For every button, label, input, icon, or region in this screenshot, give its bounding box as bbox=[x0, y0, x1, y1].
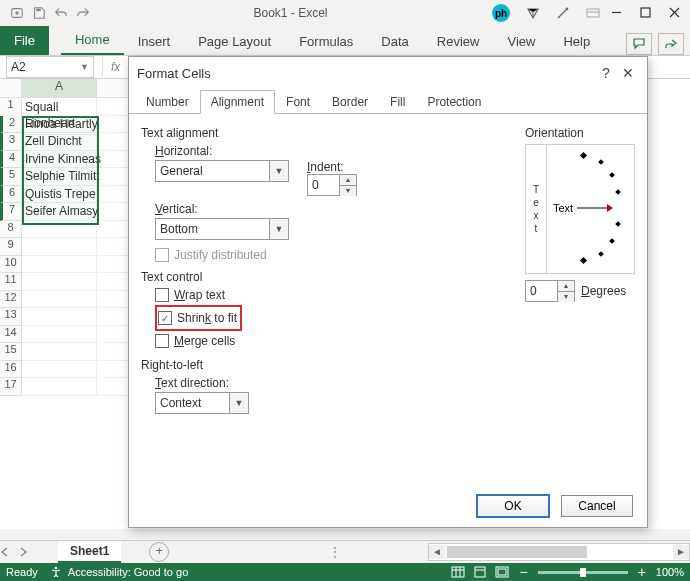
name-box-dropdown-icon[interactable]: ▼ bbox=[80, 62, 89, 72]
spin-down-icon[interactable]: ▼ bbox=[340, 185, 356, 196]
horizontal-scrollbar[interactable]: ◄ ► bbox=[428, 543, 690, 561]
tab-insert[interactable]: Insert bbox=[124, 28, 185, 55]
dialog-help-icon[interactable]: ? bbox=[595, 62, 617, 84]
horizontal-combo[interactable]: General ▼ bbox=[155, 160, 289, 182]
row-header[interactable]: 16 bbox=[0, 361, 22, 379]
share-button[interactable] bbox=[658, 33, 684, 55]
zoom-out-button[interactable]: − bbox=[517, 564, 529, 580]
chevron-down-icon[interactable]: ▼ bbox=[269, 219, 288, 239]
zoom-percent[interactable]: 100% bbox=[656, 566, 684, 578]
row-header[interactable]: 15 bbox=[0, 343, 22, 361]
dialog-tab-border[interactable]: Border bbox=[321, 90, 379, 114]
text-direction-combo[interactable]: Context ▼ bbox=[155, 392, 249, 414]
row-header[interactable]: 8 bbox=[0, 221, 22, 239]
spin-down-icon[interactable]: ▼ bbox=[558, 291, 574, 302]
tab-formulas[interactable]: Formulas bbox=[285, 28, 367, 55]
dialog-close-icon[interactable]: ✕ bbox=[617, 62, 639, 84]
row-header[interactable]: 13 bbox=[0, 308, 22, 326]
row-header[interactable]: 2 bbox=[0, 116, 22, 134]
cell[interactable]: Quistis Trepe bbox=[22, 186, 97, 204]
row-header[interactable]: 17 bbox=[0, 378, 22, 396]
comments-button[interactable] bbox=[626, 33, 652, 55]
cancel-button[interactable]: Cancel bbox=[561, 495, 633, 517]
dialog-tab-protection[interactable]: Protection bbox=[416, 90, 492, 114]
ok-button[interactable]: OK bbox=[477, 495, 549, 517]
sheet-nav-prev-icon[interactable] bbox=[0, 547, 10, 557]
orientation-dial[interactable]: Text bbox=[547, 145, 634, 273]
tab-page-layout[interactable]: Page Layout bbox=[184, 28, 285, 55]
cell[interactable] bbox=[22, 238, 97, 256]
cell[interactable]: Seifer Almasy bbox=[22, 203, 97, 221]
save-icon[interactable] bbox=[32, 6, 46, 20]
row-header[interactable]: 7 bbox=[0, 203, 22, 221]
scroll-right-icon[interactable]: ► bbox=[673, 545, 689, 559]
name-box[interactable]: A2 ▼ bbox=[6, 56, 94, 78]
row-header[interactable]: 5 bbox=[0, 168, 22, 186]
status-accessibility[interactable]: Accessibility: Good to go bbox=[68, 566, 188, 578]
row-header[interactable]: 3 bbox=[0, 133, 22, 151]
cell[interactable] bbox=[22, 256, 97, 274]
indent-spinner[interactable]: 0 ▲▼ bbox=[307, 174, 357, 196]
sheet-tab-active[interactable]: Sheet1 bbox=[58, 541, 121, 563]
cell[interactable] bbox=[22, 343, 97, 361]
spin-up-icon[interactable]: ▲ bbox=[340, 175, 356, 185]
tab-home[interactable]: Home bbox=[61, 26, 124, 55]
diamond-icon[interactable] bbox=[525, 5, 541, 21]
dialog-tab-font[interactable]: Font bbox=[275, 90, 321, 114]
chevron-down-icon[interactable]: ▼ bbox=[269, 161, 288, 181]
cell[interactable]: Irvine Kinneas bbox=[22, 151, 97, 169]
tab-view[interactable]: View bbox=[493, 28, 549, 55]
undo-icon[interactable] bbox=[54, 6, 68, 20]
cell[interactable]: Rinoa Heartly bbox=[22, 116, 97, 134]
scroll-left-icon[interactable]: ◄ bbox=[429, 545, 445, 559]
orientation-frame[interactable]: Text Text bbox=[525, 144, 635, 274]
maximize-icon[interactable] bbox=[640, 7, 651, 18]
dialog-tab-number[interactable]: Number bbox=[135, 90, 200, 114]
row-header[interactable]: 10 bbox=[0, 256, 22, 274]
accessibility-icon[interactable] bbox=[50, 566, 62, 578]
redo-icon[interactable] bbox=[76, 6, 90, 20]
row-header[interactable]: 14 bbox=[0, 326, 22, 344]
dialog-tab-fill[interactable]: Fill bbox=[379, 90, 416, 114]
account-icon[interactable]: ph bbox=[491, 3, 511, 23]
cell[interactable] bbox=[22, 221, 97, 239]
spin-up-icon[interactable]: ▲ bbox=[558, 281, 574, 291]
new-sheet-button[interactable]: + bbox=[149, 542, 169, 562]
row-header[interactable]: 9 bbox=[0, 238, 22, 256]
sheet-nav-next-icon[interactable] bbox=[18, 547, 28, 557]
cell[interactable]: Selphie Tilmitt bbox=[22, 168, 97, 186]
degrees-spinner[interactable]: 0 ▲▼ bbox=[525, 280, 575, 302]
file-tab[interactable]: File bbox=[0, 26, 49, 55]
col-header-A[interactable]: A bbox=[22, 79, 97, 98]
dialog-tab-alignment[interactable]: Alignment bbox=[200, 90, 275, 114]
tab-review[interactable]: Review bbox=[423, 28, 494, 55]
wand-icon[interactable] bbox=[555, 5, 571, 21]
row-header[interactable]: 11 bbox=[0, 273, 22, 291]
ribbon-options-icon[interactable] bbox=[585, 5, 601, 21]
merge-cells-checkbox[interactable]: Merge cells bbox=[155, 334, 635, 348]
row-header[interactable]: 6 bbox=[0, 186, 22, 204]
view-page-break-icon[interactable] bbox=[495, 566, 509, 578]
chevron-down-icon[interactable]: ▼ bbox=[229, 393, 248, 413]
minimize-icon[interactable] bbox=[611, 7, 622, 18]
row-header[interactable]: 12 bbox=[0, 291, 22, 309]
autosave-icon[interactable] bbox=[10, 6, 24, 20]
zoom-in-button[interactable]: + bbox=[636, 564, 648, 580]
cell[interactable] bbox=[22, 326, 97, 344]
fx-icon[interactable]: fx bbox=[111, 60, 120, 74]
cell[interactable] bbox=[22, 361, 97, 379]
vertical-combo[interactable]: Bottom ▼ bbox=[155, 218, 289, 240]
row-header[interactable]: 4 bbox=[0, 151, 22, 169]
cell[interactable]: Zell Dincht bbox=[22, 133, 97, 151]
shrink-to-fit-checkbox[interactable]: ✓Shrink to fit bbox=[158, 311, 237, 325]
cell[interactable] bbox=[22, 378, 97, 396]
zoom-slider[interactable] bbox=[538, 571, 628, 574]
tab-data[interactable]: Data bbox=[367, 28, 422, 55]
cell[interactable] bbox=[22, 273, 97, 291]
view-page-layout-icon[interactable] bbox=[473, 566, 487, 578]
orientation-vertical-text[interactable]: Text bbox=[526, 145, 547, 273]
cell[interactable] bbox=[22, 291, 97, 309]
scroll-thumb[interactable] bbox=[447, 546, 587, 558]
select-all-corner[interactable] bbox=[0, 79, 22, 98]
view-normal-icon[interactable] bbox=[451, 566, 465, 578]
